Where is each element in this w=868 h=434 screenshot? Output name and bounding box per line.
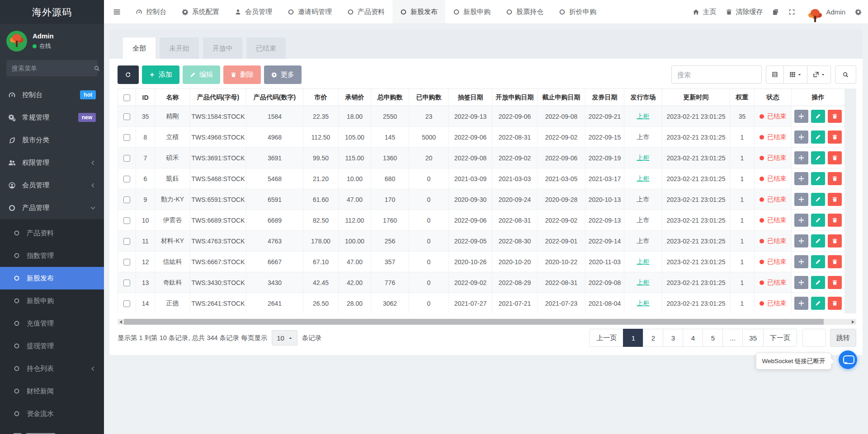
admin-name[interactable]: Admin (826, 8, 845, 16)
market-上柜[interactable]: 上柜 (637, 175, 650, 182)
edit-row-button[interactable] (811, 234, 825, 247)
avatar[interactable] (6, 31, 27, 51)
row-checkbox[interactable] (123, 155, 130, 162)
sidebar-item-权限管理[interactable]: 权限管理 (0, 151, 104, 174)
page-button-2[interactable]: 2 (643, 329, 663, 347)
sidebar-item-充值管理[interactable]: 充值管理 (0, 312, 104, 335)
row-checkbox[interactable] (123, 280, 130, 286)
tab-邀请码管理[interactable]: 邀请码管理 (280, 0, 340, 23)
next-page-button[interactable]: 下一页 (763, 329, 797, 347)
edit-button[interactable]: 编辑 (183, 65, 220, 84)
column-header-市价[interactable]: 市价 (303, 89, 339, 106)
chat-bubble-icon[interactable] (839, 350, 857, 369)
sidebar-item-产品管理[interactable]: 产品管理 (0, 196, 104, 219)
column-header-产品代码(字母)[interactable]: 产品代码(字母) (190, 89, 246, 106)
delete-row-button[interactable] (828, 276, 842, 289)
search-button[interactable] (835, 65, 856, 84)
edit-row-button[interactable] (811, 255, 825, 268)
tab-系统配置[interactable]: 系统配置 (174, 0, 227, 23)
card-view-button[interactable] (766, 65, 784, 84)
row-checkbox[interactable] (123, 113, 130, 120)
row-checkbox[interactable] (123, 134, 130, 141)
sidebar-item-财经新闻[interactable]: 财经新闻 (0, 380, 104, 402)
move-row-button[interactable] (794, 214, 808, 227)
column-header-承销价[interactable]: 承销价 (339, 89, 371, 106)
market-上柜[interactable]: 上柜 (637, 258, 650, 265)
sidebar-item-新股申购[interactable]: 新股申购 (0, 289, 104, 312)
edit-row-button[interactable] (811, 172, 825, 185)
sidebar-item-资金流水[interactable]: 资金流水 (0, 402, 104, 425)
delete-row-button[interactable] (828, 131, 842, 144)
column-header-操作[interactable]: 操作 (792, 89, 845, 106)
page-jump-input[interactable] (802, 329, 826, 347)
tab-会员管理[interactable]: 会员管理 (227, 0, 280, 23)
filter-tab-全部[interactable]: 全部 (123, 37, 156, 59)
sidebar-search-input[interactable] (12, 65, 94, 72)
column-header-发行市场[interactable]: 发行市场 (624, 89, 662, 106)
move-row-button[interactable] (794, 297, 808, 310)
columns-toggle-button[interactable] (783, 65, 807, 84)
add-button[interactable]: 添加 (142, 65, 179, 84)
move-row-button[interactable] (794, 151, 808, 164)
horizontal-scrollbar[interactable] (118, 319, 856, 325)
sidebar-item-指数管理[interactable]: 指数管理 (0, 244, 104, 267)
row-checkbox[interactable] (123, 196, 130, 203)
sidebar-item-常规管理[interactable]: 常规管理new (0, 106, 104, 129)
move-row-button[interactable] (794, 110, 808, 123)
search-icon[interactable] (94, 65, 100, 72)
sidebar-item-新股发布[interactable]: 新股发布 (0, 267, 104, 289)
market-上柜[interactable]: 上柜 (637, 299, 650, 307)
edit-row-button[interactable] (811, 297, 825, 310)
row-checkbox[interactable] (123, 300, 130, 307)
more-button[interactable]: 更多 (264, 65, 302, 84)
filter-tab-未开始[interactable]: 未开始 (160, 37, 199, 59)
tab-股票持仓[interactable]: 股票持仓 (498, 0, 551, 23)
page-button-35[interactable]: 35 (742, 329, 764, 347)
column-header-产品代码(数字)[interactable]: 产品代码(数字) (246, 89, 303, 106)
sidebar-item-控制台[interactable]: 控制台hot (0, 84, 104, 106)
sidebar-item-会员管理[interactable]: 会员管理 (0, 174, 104, 196)
page-button-4[interactable]: 4 (683, 329, 703, 347)
move-row-button[interactable] (794, 193, 808, 206)
delete-row-button[interactable] (828, 110, 842, 123)
market-上柜[interactable]: 上柜 (637, 279, 650, 286)
column-header-状态[interactable]: 状态 (755, 89, 792, 106)
admin-avatar[interactable] (805, 6, 816, 18)
edit-row-button[interactable] (811, 193, 825, 206)
sidebar-item-持仓列表[interactable]: 持仓列表 (0, 357, 104, 380)
market-上柜[interactable]: 上柜 (637, 112, 650, 120)
delete-row-button[interactable] (828, 214, 842, 227)
move-row-button[interactable] (794, 172, 808, 185)
column-header-发券日期[interactable]: 发券日期 (585, 89, 624, 106)
fullscreen-icon[interactable] (788, 9, 795, 15)
sidebar-item-股市分类[interactable]: 股市分类 (0, 129, 104, 151)
edit-row-button[interactable] (811, 110, 825, 123)
column-header-名称[interactable]: 名称 (155, 89, 190, 106)
column-header-更新时间[interactable]: 更新时间 (662, 89, 730, 106)
home-link[interactable]: 主页 (693, 8, 716, 16)
column-header-已申购数[interactable]: 已申购数 (409, 89, 449, 106)
row-checkbox[interactable] (123, 217, 130, 224)
page-button-1[interactable]: 1 (623, 329, 643, 347)
column-header-权重[interactable]: 权重 (730, 89, 755, 106)
delete-row-button[interactable] (828, 151, 842, 164)
delete-row-button[interactable] (828, 234, 842, 247)
refresh-button[interactable] (118, 65, 139, 84)
page-ellipsis[interactable]: ... (722, 329, 743, 347)
column-header-总申购数[interactable]: 总申购数 (371, 89, 409, 106)
edit-row-button[interactable] (811, 131, 825, 144)
tab-新股申购[interactable]: 新股申购 (445, 0, 498, 23)
page-button-5[interactable]: 5 (703, 329, 723, 347)
move-row-button[interactable] (794, 276, 808, 289)
page-button-3[interactable]: 3 (663, 329, 683, 347)
tab-产品资料[interactable]: 产品资料 (340, 0, 392, 23)
sidebar-item-提现管理[interactable]: 提现管理 (0, 335, 104, 357)
market-上柜[interactable]: 上柜 (637, 154, 650, 161)
select-all-checkbox[interactable] (123, 94, 130, 101)
move-row-button[interactable] (794, 234, 808, 247)
prev-page-button[interactable]: 上一页 (590, 329, 623, 347)
export-button[interactable] (807, 65, 831, 84)
delete-button[interactable]: 删除 (223, 65, 261, 84)
scroll-left-arrow-icon[interactable] (118, 319, 124, 325)
move-row-button[interactable] (794, 131, 808, 144)
